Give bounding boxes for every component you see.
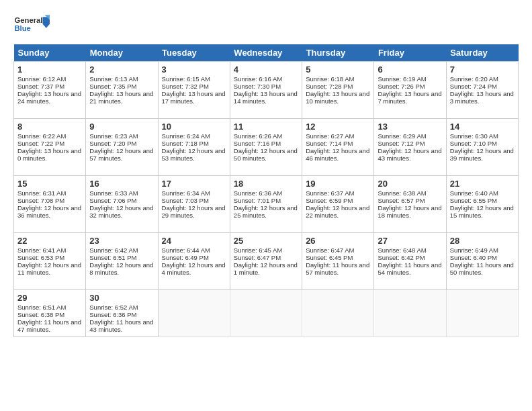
header: General Blue [13,11,519,38]
calendar-cell: 21Sunrise: 6:40 AMSunset: 6:55 PMDayligh… [446,176,518,233]
sunrise: Sunrise: 6:16 AM [234,75,282,83]
sunrise: Sunrise: 6:52 AM [89,304,138,311]
calendar-cell [446,290,518,337]
sunset: Sunset: 7:30 PM [234,83,281,90]
daylight: Daylight: 12 hours and 25 minutes. [234,204,298,219]
calendar-cell [374,290,446,337]
weekday-header-wednesday: Wednesday [230,44,302,62]
sunrise: Sunrise: 6:40 AM [450,189,498,197]
week-row-5: 29Sunrise: 6:51 AMSunset: 6:38 PMDayligh… [14,290,519,337]
sunset: Sunset: 6:49 PM [162,254,209,261]
sunset: Sunset: 7:32 PM [162,83,209,90]
calendar-cell: 15Sunrise: 6:31 AMSunset: 7:08 PMDayligh… [14,176,86,233]
daylight: Daylight: 13 hours and 0 minutes. [17,147,81,162]
calendar-cell [158,290,230,337]
calendar-cell: 23Sunrise: 6:42 AMSunset: 6:51 PMDayligh… [86,233,158,290]
sunrise: Sunrise: 6:42 AM [89,246,138,254]
sunrise: Sunrise: 6:19 AM [378,75,426,83]
calendar-cell: 28Sunrise: 6:49 AMSunset: 6:40 PMDayligh… [446,233,518,290]
day-number: 4 [234,64,298,75]
sunrise: Sunrise: 6:20 AM [450,75,498,83]
daylight: Daylight: 13 hours and 14 minutes. [234,90,298,105]
sunrise: Sunrise: 6:34 AM [162,189,210,197]
sunset: Sunset: 7:14 PM [306,140,353,147]
daylight: Daylight: 12 hours and 53 minutes. [162,147,226,162]
daylight: Daylight: 12 hours and 50 minutes. [234,147,298,162]
week-row-3: 15Sunrise: 6:31 AMSunset: 7:08 PMDayligh… [14,176,519,233]
sunrise: Sunrise: 6:41 AM [17,246,66,254]
sunrise: Sunrise: 6:30 AM [450,132,498,140]
calendar-cell: 3Sunrise: 6:15 AMSunset: 7:32 PMDaylight… [158,62,230,119]
week-row-1: 1Sunrise: 6:12 AMSunset: 7:37 PMDaylight… [14,62,519,119]
page: General Blue SundayMondayTuesdayWednesda… [0,0,532,411]
weekday-header-tuesday: Tuesday [158,44,230,62]
day-number: 18 [234,179,298,189]
daylight: Daylight: 13 hours and 3 minutes. [450,90,514,105]
daylight: Daylight: 12 hours and 29 minutes. [162,204,226,219]
daylight: Daylight: 13 hours and 24 minutes. [17,90,81,105]
sunset: Sunset: 6:38 PM [17,311,64,318]
day-number: 24 [162,236,226,246]
sunset: Sunset: 7:37 PM [17,83,64,90]
sunset: Sunset: 6:36 PM [89,311,136,318]
day-number: 25 [234,236,298,246]
sunrise: Sunrise: 6:36 AM [234,189,282,197]
calendar-cell: 12Sunrise: 6:27 AMSunset: 7:14 PMDayligh… [302,119,374,176]
day-number: 5 [306,64,370,75]
calendar-cell [230,290,302,337]
daylight: Daylight: 11 hours and 54 minutes. [378,261,441,276]
daylight: Daylight: 11 hours and 43 minutes. [89,318,153,333]
sunset: Sunset: 6:40 PM [450,254,497,261]
daylight: Daylight: 12 hours and 4 minutes. [162,261,226,276]
sunrise: Sunrise: 6:26 AM [234,132,282,140]
calendar-cell: 4Sunrise: 6:16 AMSunset: 7:30 PMDaylight… [230,62,302,119]
sunrise: Sunrise: 6:33 AM [89,189,138,197]
sunrise: Sunrise: 6:23 AM [89,132,138,140]
daylight: Daylight: 12 hours and 15 minutes. [450,204,514,219]
day-number: 12 [306,122,370,132]
day-number: 28 [450,236,515,246]
weekday-header-sunday: Sunday [14,44,86,62]
day-number: 14 [450,122,515,132]
day-number: 17 [162,179,226,189]
sunset: Sunset: 6:42 PM [378,254,425,261]
sunset: Sunset: 7:24 PM [450,83,497,90]
calendar-cell: 1Sunrise: 6:12 AMSunset: 7:37 PMDaylight… [14,62,86,119]
sunrise: Sunrise: 6:31 AM [17,189,66,197]
weekday-header-monday: Monday [86,44,158,62]
daylight: Daylight: 13 hours and 7 minutes. [378,90,441,105]
calendar-cell: 20Sunrise: 6:38 AMSunset: 6:57 PMDayligh… [374,176,446,233]
calendar-cell: 8Sunrise: 6:22 AMSunset: 7:22 PMDaylight… [14,119,86,176]
day-number: 9 [89,122,154,132]
sunrise: Sunrise: 6:15 AM [162,75,210,83]
sunset: Sunset: 6:51 PM [89,254,136,261]
sunrise: Sunrise: 6:27 AM [306,132,354,140]
daylight: Daylight: 12 hours and 8 minutes. [89,261,153,276]
day-number: 11 [234,122,298,132]
sunset: Sunset: 7:12 PM [378,140,425,147]
sunset: Sunset: 7:28 PM [306,83,353,90]
calendar-cell: 19Sunrise: 6:37 AMSunset: 6:59 PMDayligh… [302,176,374,233]
calendar-cell: 14Sunrise: 6:30 AMSunset: 7:10 PMDayligh… [446,119,518,176]
sunrise: Sunrise: 6:37 AM [306,189,354,197]
daylight: Daylight: 12 hours and 1 minute. [234,261,298,276]
calendar-cell: 5Sunrise: 6:18 AMSunset: 7:28 PMDaylight… [302,62,374,119]
day-number: 22 [17,236,82,246]
sunset: Sunset: 6:45 PM [306,254,353,261]
day-number: 23 [89,236,154,246]
calendar-cell [302,290,374,337]
sunset: Sunset: 7:10 PM [450,140,497,147]
day-number: 3 [162,64,226,75]
calendar-cell: 29Sunrise: 6:51 AMSunset: 6:38 PMDayligh… [14,290,86,337]
calendar-cell: 13Sunrise: 6:29 AMSunset: 7:12 PMDayligh… [374,119,446,176]
day-number: 26 [306,236,370,246]
daylight: Daylight: 13 hours and 10 minutes. [306,90,369,105]
sunrise: Sunrise: 6:24 AM [162,132,210,140]
day-number: 19 [306,179,370,189]
svg-text:Blue: Blue [15,24,31,32]
sunset: Sunset: 6:57 PM [378,197,425,204]
sunset: Sunset: 7:22 PM [17,140,64,147]
sunset: Sunset: 7:20 PM [89,140,136,147]
daylight: Daylight: 13 hours and 21 minutes. [89,90,153,105]
sunrise: Sunrise: 6:13 AM [89,75,138,83]
